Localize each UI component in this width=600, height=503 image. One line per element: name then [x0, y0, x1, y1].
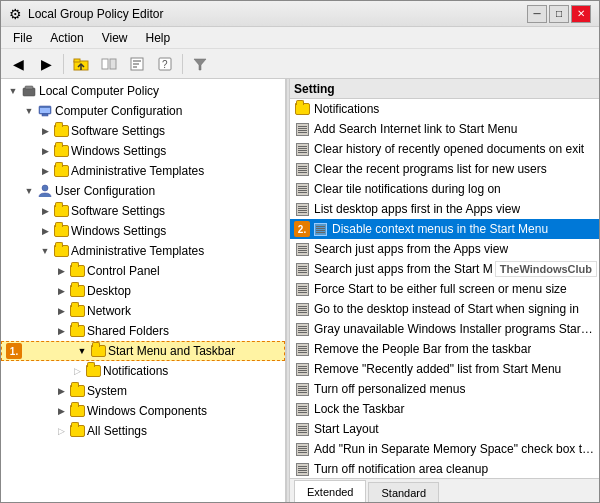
tree-win-settings-2[interactable]: ▶ Windows Settings: [1, 221, 285, 241]
desktop-icon: [69, 283, 85, 299]
menu-view[interactable]: View: [94, 29, 136, 47]
list-item-2[interactable]: Clear history of recently opened documen…: [290, 139, 599, 159]
tree-all-settings[interactable]: ▷ All Settings: [1, 421, 285, 441]
show-hide-button[interactable]: [96, 52, 122, 76]
expand-start-menu[interactable]: ▼: [74, 346, 90, 356]
expand-computer-config[interactable]: ▼: [21, 106, 37, 116]
list-item-12[interactable]: Remove the People Bar from the taskbar: [290, 339, 599, 359]
list-item-13[interactable]: Remove "Recently added" list from Start …: [290, 359, 599, 379]
list-item-8-label: Search just apps from the Start M: [314, 262, 493, 276]
tab-standard[interactable]: Standard: [368, 482, 439, 502]
maximize-button[interactable]: □: [549, 5, 569, 23]
policy-icon-11: [294, 322, 310, 336]
expand-win-components[interactable]: ▶: [53, 406, 69, 416]
tree-system[interactable]: ▶ System: [1, 381, 285, 401]
tree-computer-config[interactable]: ▼ Computer Configuration: [1, 101, 285, 121]
help-button[interactable]: ?: [152, 52, 178, 76]
tab-extended-label: Extended: [307, 486, 353, 498]
tree-win-components[interactable]: ▶ Windows Components: [1, 401, 285, 421]
tab-standard-label: Standard: [381, 487, 426, 499]
expand-user-config[interactable]: ▼: [21, 186, 37, 196]
list-item-10[interactable]: Go to the desktop instead of Start when …: [290, 299, 599, 319]
tree-shared-folders[interactable]: ▶ Shared Folders: [1, 321, 285, 341]
expand-system[interactable]: ▶: [53, 386, 69, 396]
list-item-3[interactable]: Clear the recent programs list for new u…: [290, 159, 599, 179]
back-button[interactable]: ◀: [5, 52, 31, 76]
policy-icon-7: [294, 242, 310, 256]
expand-shared-folders[interactable]: ▶: [53, 326, 69, 336]
filter-button[interactable]: [187, 52, 213, 76]
expand-win-2[interactable]: ▶: [37, 226, 53, 236]
forward-button[interactable]: ▶: [33, 52, 59, 76]
tree-desktop[interactable]: ▶ Desktop: [1, 281, 285, 301]
properties-button[interactable]: [124, 52, 150, 76]
list-item-15[interactable]: Lock the Taskbar: [290, 399, 599, 419]
tree-win-settings-1[interactable]: ▶ Windows Settings: [1, 141, 285, 161]
expand-desktop[interactable]: ▶: [53, 286, 69, 296]
expand-notifications[interactable]: ▷: [69, 366, 85, 376]
tab-extended[interactable]: Extended: [294, 480, 366, 502]
list-item-9[interactable]: Force Start to be either full screen or …: [290, 279, 599, 299]
expand-sw-2[interactable]: ▶: [37, 206, 53, 216]
tree-root[interactable]: ▼ Local Computer Policy: [1, 81, 285, 101]
list-item-5[interactable]: List desktop apps first in the Apps view: [290, 199, 599, 219]
tree-sw-settings-2[interactable]: ▶ Software Settings: [1, 201, 285, 221]
toolbar: ◀ ▶ ?: [1, 49, 599, 79]
list-item-8[interactable]: Search just apps from the Start M TheWin…: [290, 259, 599, 279]
toolbar-separator-1: [63, 54, 64, 74]
expand-all-settings[interactable]: ▷: [53, 426, 69, 436]
tree-start-menu[interactable]: 1. ▼ Start Menu and Taskbar: [1, 341, 285, 361]
tree-pane[interactable]: ▼ Local Computer Policy ▼: [1, 79, 286, 502]
menu-help[interactable]: Help: [138, 29, 179, 47]
expand-win-1[interactable]: ▶: [37, 146, 53, 156]
list-item-4[interactable]: Clear tile notifications during log on: [290, 179, 599, 199]
window-controls: ─ □ ✕: [527, 5, 591, 23]
list-item-7[interactable]: Search just apps from the Apps view: [290, 239, 599, 259]
tree-network[interactable]: ▶ Network: [1, 301, 285, 321]
start-menu-label: Start Menu and Taskbar: [108, 344, 235, 358]
close-button[interactable]: ✕: [571, 5, 591, 23]
expand-network[interactable]: ▶: [53, 306, 69, 316]
tree-admin-templates-1[interactable]: ▶ Administrative Templates: [1, 161, 285, 181]
tree-notifications[interactable]: ▷ Notifications: [1, 361, 285, 381]
svg-rect-1: [74, 59, 80, 62]
list-item-9-label: Force Start to be either full screen or …: [314, 282, 567, 296]
bottom-tabs: Extended Standard: [290, 478, 599, 502]
folder-up-button[interactable]: [68, 52, 94, 76]
list-item-6[interactable]: 2. Disable context menus in the Start Me…: [290, 219, 599, 239]
tree-user-config[interactable]: ▼ User Configuration: [1, 181, 285, 201]
desktop-label: Desktop: [87, 284, 131, 298]
list-item-notifications-folder[interactable]: Notifications: [290, 99, 599, 119]
expand-admin-2[interactable]: ▼: [37, 246, 53, 256]
list-item-11[interactable]: Gray unavailable Windows Installer progr…: [290, 319, 599, 339]
list-item-17[interactable]: Add "Run in Separate Memory Space" check…: [290, 439, 599, 459]
list-item-7-label: Search just apps from the Apps view: [314, 242, 508, 256]
start-menu-icon: [90, 343, 106, 359]
policy-icon-9: [294, 282, 310, 296]
list-item-16[interactable]: Start Layout: [290, 419, 599, 439]
expand-admin-1[interactable]: ▶: [37, 166, 53, 176]
expand-sw-1[interactable]: ▶: [37, 126, 53, 136]
svg-text:?: ?: [162, 59, 168, 70]
list-pane[interactable]: Notifications Add Search Internet link t…: [290, 99, 599, 478]
shared-folders-icon: [69, 323, 85, 339]
svg-rect-11: [40, 108, 50, 113]
list-item-1[interactable]: Add Search Internet link to Start Menu: [290, 119, 599, 139]
policy-icon-17: [294, 442, 310, 456]
tree-control-panel[interactable]: ▶ Control Panel: [1, 261, 285, 281]
minimize-button[interactable]: ─: [527, 5, 547, 23]
all-settings-label: All Settings: [87, 424, 147, 438]
list-item-5-label: List desktop apps first in the Apps view: [314, 202, 520, 216]
expand-root[interactable]: ▼: [5, 86, 21, 96]
menu-file[interactable]: File: [5, 29, 40, 47]
list-item-18[interactable]: Turn off notification area cleanup: [290, 459, 599, 478]
menu-action[interactable]: Action: [42, 29, 91, 47]
tree-admin-templates-2[interactable]: ▼ Administrative Templates: [1, 241, 285, 261]
notifications-folder-icon: [294, 102, 310, 116]
policy-icon-8: [294, 262, 310, 276]
win-settings-1-icon: [53, 143, 69, 159]
tree-sw-settings-1[interactable]: ▶ Software Settings: [1, 121, 285, 141]
admin-templates-1-label: Administrative Templates: [71, 164, 204, 178]
list-item-14[interactable]: Turn off personalized menus: [290, 379, 599, 399]
expand-control-panel[interactable]: ▶: [53, 266, 69, 276]
